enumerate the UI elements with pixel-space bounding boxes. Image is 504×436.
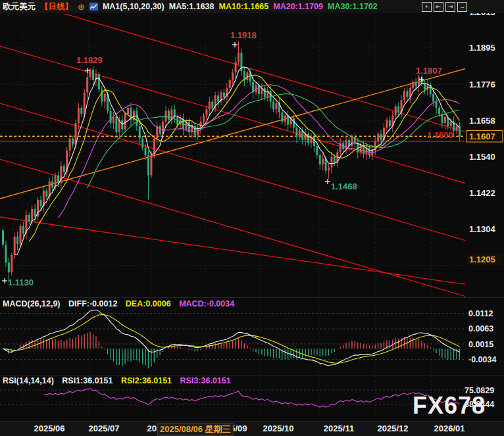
trendline <box>0 217 504 290</box>
price-axis-label: 1.1304 <box>469 224 496 234</box>
macd-header: MACD(26,12,9) DIFF:-0.0012 DEA:0.0006 MA… <box>3 299 240 308</box>
candle <box>200 122 202 128</box>
ma10-value: MA10:1.1665 <box>219 2 269 11</box>
candle <box>450 122 452 126</box>
candle <box>444 117 446 123</box>
macd-dea-value: DEA:0.0006 <box>126 299 171 308</box>
candle <box>16 237 18 245</box>
candle <box>145 147 147 155</box>
candle <box>2 230 4 245</box>
candle <box>203 116 205 122</box>
candle <box>136 111 138 126</box>
main-chart-canvas[interactable]: 1.18291.19181.18071.14681.11301.16001.20… <box>0 0 504 436</box>
candle <box>98 74 100 89</box>
candle <box>287 116 289 125</box>
price-axis-label: 1.1658 <box>469 116 495 126</box>
candle <box>238 53 239 62</box>
price-axis-label: 1.1422 <box>469 188 495 198</box>
price-annotation: 1.1807 <box>416 66 442 76</box>
candle <box>72 138 74 144</box>
price-axis-label: 1.1895 <box>469 43 495 53</box>
candle <box>115 117 117 132</box>
candle <box>406 91 408 97</box>
month-label: 2025/07 <box>89 424 120 433</box>
diff-line <box>3 310 460 366</box>
candle <box>293 118 295 128</box>
price-axis-label: 1.1776 <box>469 80 495 89</box>
candle <box>211 102 213 108</box>
candle <box>150 154 152 176</box>
candle <box>80 108 82 114</box>
candle <box>264 88 266 97</box>
candle <box>345 140 347 149</box>
ma5-value: MA5:1.1638 <box>169 2 214 11</box>
fx678-watermark: FX678 <box>413 392 486 419</box>
price-annotation: 1.1468 <box>331 182 357 191</box>
macd-axis-label: 0.0112 <box>468 309 493 318</box>
candle <box>403 91 405 100</box>
month-label: 2026/01 <box>434 424 465 433</box>
chart-application-window: 欧元美元 【日线】 ⊕ MA1(5,10,20,30) MA5:1.1638 M… <box>0 0 504 436</box>
dea-line <box>3 315 460 364</box>
macd-title: MACD(26,12,9) <box>3 299 61 308</box>
candle <box>412 82 414 87</box>
special-level-label: 1.1205 <box>469 254 495 264</box>
rsi-panel <box>43 389 459 407</box>
candle <box>31 209 33 222</box>
go-latest-icon[interactable]: → <box>457 2 467 12</box>
candle <box>334 157 336 162</box>
rsi3-value: RSI3:36.0151 <box>180 376 231 385</box>
candle <box>272 102 274 110</box>
candle <box>69 138 71 151</box>
candle <box>57 175 59 183</box>
trendline <box>0 159 504 308</box>
candle <box>51 182 53 187</box>
candle <box>113 117 114 123</box>
candle <box>322 158 324 164</box>
candle <box>205 109 207 115</box>
candle <box>284 116 286 122</box>
candle <box>436 102 438 108</box>
candle <box>389 120 391 126</box>
add-indicator-icon[interactable]: ⊕ <box>78 2 85 12</box>
window-tool-icons: + ⇤ ⇥ → <box>422 2 467 12</box>
candle <box>424 84 426 89</box>
ma30-value: MA30:1.1702 <box>328 2 378 11</box>
candle <box>395 107 397 116</box>
candle <box>275 103 277 109</box>
candle <box>124 114 126 129</box>
candle <box>209 102 211 110</box>
candle <box>386 120 388 128</box>
ma5-line <box>14 68 459 254</box>
rsi1-value: RSI1:36.0151 <box>62 376 113 385</box>
candle <box>159 126 161 134</box>
candle <box>316 146 318 155</box>
candle <box>14 237 16 255</box>
move-chart-icon[interactable]: + <box>422 2 432 12</box>
scale-left-icon[interactable]: ⇤ <box>434 2 443 12</box>
candle <box>28 215 30 221</box>
scale-right-icon[interactable]: ⇥ <box>445 2 455 12</box>
candle <box>84 93 86 114</box>
candle <box>235 62 237 72</box>
month-label: 2025/06 <box>34 424 65 433</box>
period-selector[interactable]: 【日线】 <box>40 1 73 12</box>
candle <box>301 131 303 140</box>
candle <box>39 200 41 206</box>
rsi-header: RSI(14,14,14) RSI1:36.0151 RSI2:36.0151 … <box>3 376 237 385</box>
candle <box>360 145 362 153</box>
candle <box>223 93 225 97</box>
candle <box>156 126 158 139</box>
chart-type-icon[interactable] <box>89 3 98 11</box>
candle <box>299 131 301 137</box>
candle <box>45 191 47 197</box>
candle <box>313 137 315 146</box>
macd-axis-label: 0.0015 <box>468 340 493 349</box>
month-label: 2025/11 <box>324 424 354 433</box>
candle <box>229 80 231 88</box>
candle <box>328 168 330 171</box>
candle <box>456 126 458 131</box>
candle <box>330 157 332 167</box>
rsi-title: RSI(14,14,14) <box>3 376 54 385</box>
candle <box>281 112 283 122</box>
